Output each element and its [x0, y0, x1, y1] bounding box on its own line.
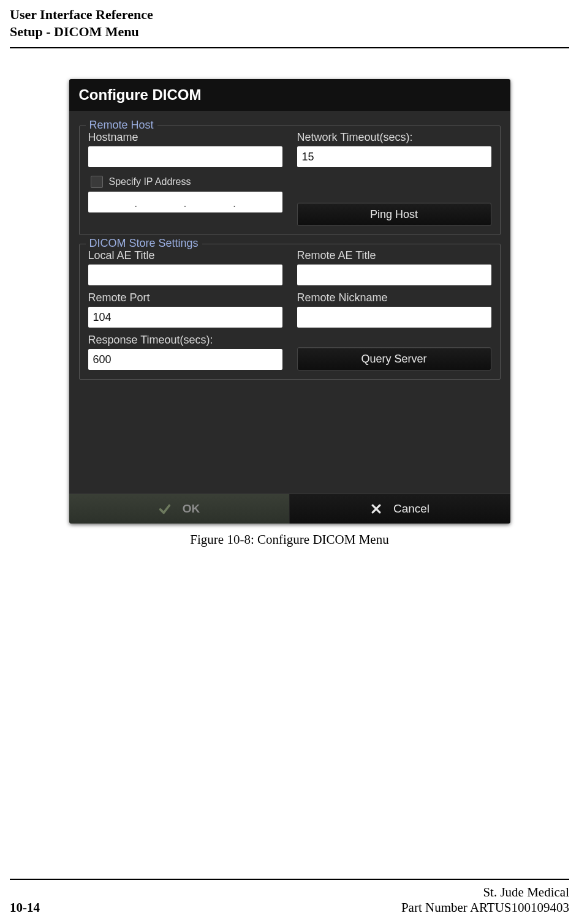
hostname-input[interactable] [88, 146, 282, 167]
response-timeout-input[interactable] [88, 349, 282, 370]
remote-nickname-label: Remote Nickname [297, 291, 491, 304]
check-icon [158, 502, 172, 516]
ip-address-input[interactable]: . . . [88, 192, 282, 212]
configure-dicom-dialog: Configure DICOM Remote Host Hostname Spe… [69, 79, 510, 524]
footer-part-number: Part Number ARTUS100109403 [401, 900, 569, 915]
ip-dot: . [184, 199, 186, 209]
dialog-body: Remote Host Hostname Specify IP Address … [69, 111, 510, 490]
figure-caption: Figure 10-8: Configure DICOM Menu [190, 532, 388, 547]
header-line-2: Setup - DICOM Menu [10, 23, 569, 40]
specify-ip-checkbox[interactable] [91, 176, 103, 188]
ok-label: OK [183, 502, 200, 516]
network-timeout-field-wrap: Network Timeout(secs): Ping Host [297, 131, 491, 226]
ok-button[interactable]: OK [69, 494, 290, 524]
local-ae-input[interactable] [88, 265, 282, 285]
cancel-label: Cancel [393, 502, 430, 516]
dialog-actions: OK Cancel [69, 494, 510, 524]
ping-host-label: Ping Host [370, 208, 418, 221]
dicom-store-fieldset: DICOM Store Settings Local AE Title Remo… [79, 244, 501, 380]
ip-dot: . [233, 199, 235, 209]
close-icon [370, 503, 382, 515]
dialog-spacer [79, 380, 501, 490]
remote-port-label: Remote Port [88, 291, 282, 304]
footer-right: St. Jude Medical Part Number ARTUS100109… [401, 885, 569, 915]
ip-dot: . [134, 199, 137, 209]
query-server-button[interactable]: Query Server [297, 347, 491, 370]
figure-wrap: Configure DICOM Remote Host Hostname Spe… [0, 48, 579, 547]
page-footer: 10-14 St. Jude Medical Part Number ARTUS… [0, 879, 579, 924]
remote-host-fieldset: Remote Host Hostname Specify IP Address … [79, 126, 501, 235]
response-timeout-label: Response Timeout(secs): [88, 334, 282, 347]
page-number: 10-14 [10, 900, 40, 915]
header-line-1: User Interface Reference [10, 6, 569, 23]
hostname-label: Hostname [88, 131, 282, 144]
cancel-button[interactable]: Cancel [290, 494, 510, 524]
hostname-field-wrap: Hostname Specify IP Address . . . [88, 131, 282, 212]
remote-nickname-input[interactable] [297, 307, 491, 328]
network-timeout-label: Network Timeout(secs): [297, 131, 491, 144]
footer-company: St. Jude Medical [401, 885, 569, 900]
remote-ae-input[interactable] [297, 265, 491, 285]
ping-host-button[interactable]: Ping Host [297, 203, 491, 226]
remote-ae-label: Remote AE Title [297, 249, 491, 262]
query-server-label: Query Server [361, 353, 426, 366]
network-timeout-input[interactable] [297, 146, 491, 167]
specify-ip-row: Specify IP Address [91, 176, 282, 188]
page-header: User Interface Reference Setup - DICOM M… [0, 0, 579, 45]
dicom-store-legend: DICOM Store Settings [86, 237, 202, 250]
local-ae-label: Local AE Title [88, 249, 282, 262]
specify-ip-label: Specify IP Address [109, 176, 191, 187]
remote-host-legend: Remote Host [86, 119, 157, 132]
dialog-title: Configure DICOM [69, 79, 510, 111]
remote-port-input[interactable] [88, 307, 282, 328]
footer-rule [10, 879, 569, 880]
